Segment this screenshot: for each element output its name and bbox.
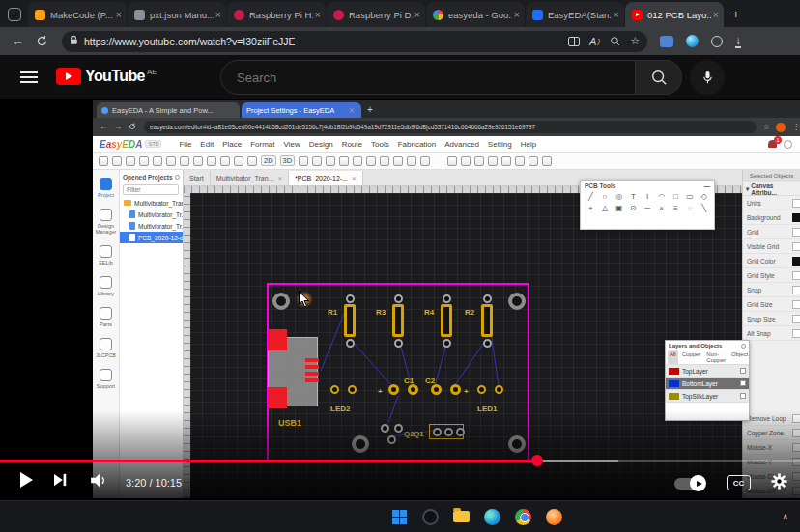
toolbar-icon[interactable] [366, 156, 376, 166]
next-button[interactable] [54, 473, 68, 487]
usb-shield-pad[interactable] [268, 387, 287, 408]
volume-icon[interactable] [91, 473, 109, 488]
arc-tool-icon[interactable]: ◠ [657, 192, 666, 202]
delete-tool-icon[interactable]: × [657, 204, 666, 213]
tab-close-icon[interactable]: × [214, 10, 223, 20]
toolbar-icon[interactable] [326, 156, 335, 166]
toolbar-icon[interactable] [474, 156, 484, 166]
circle-tool-icon[interactable]: ◌ [686, 204, 695, 213]
attr-row-snap[interactable]: Snap [743, 283, 800, 297]
pin-icon[interactable] [175, 175, 180, 180]
resistor-R4[interactable] [441, 304, 452, 337]
image-tool-icon[interactable]: ◇ [700, 192, 708, 202]
layers-tab-non-copper[interactable]: Non-Copper [704, 350, 728, 364]
tab-actions-icon[interactable] [8, 8, 21, 21]
downloads-icon[interactable]: ↓ [735, 35, 741, 48]
toolbar-icon[interactable] [501, 156, 511, 166]
triangle-tool-icon[interactable]: △ [601, 204, 610, 213]
browser-tab-easyeda[interactable]: EasyEDA(Stan... × [526, 2, 624, 27]
project-tree-item[interactable]: Multivibrator_Tr... [120, 209, 183, 220]
rail-item-project[interactable]: Project [93, 178, 120, 198]
toolbar-icon[interactable] [220, 156, 230, 166]
silkscreen-label[interactable]: R2 [465, 308, 474, 317]
toolbar-icon[interactable] [488, 156, 498, 166]
resistor-R3[interactable] [392, 304, 404, 337]
back-icon[interactable]: ← [12, 34, 24, 48]
usb-pin-pad[interactable] [305, 358, 319, 362]
mounting-hole[interactable] [508, 293, 526, 310]
silkscreen-label[interactable]: R1 [328, 308, 337, 317]
toolbar-icon[interactable] [247, 156, 257, 166]
tab-close-icon[interactable]: × [352, 174, 357, 182]
pad[interactable] [483, 339, 492, 348]
view-3d-button[interactable]: 3D [280, 155, 296, 166]
toolbar-icon[interactable] [542, 156, 552, 166]
tab-close-icon[interactable]: × [313, 10, 323, 20]
selected-objects-header[interactable]: Selected Objects [743, 170, 800, 182]
layer-visibility-icon[interactable] [740, 368, 746, 374]
copper-area-tool-icon[interactable]: ▣ [614, 204, 623, 213]
rail-item-support[interactable]: Support [93, 369, 120, 389]
minimize-icon[interactable]: — [704, 182, 711, 189]
track-tool-icon[interactable]: ╱ [586, 192, 595, 202]
layer-visibility-icon[interactable] [740, 380, 746, 386]
pad[interactable] [443, 294, 451, 303]
tab-close-icon[interactable]: × [711, 10, 721, 20]
layers-tab-copper[interactable]: Copper [680, 350, 703, 364]
extensions-icon[interactable] [711, 36, 723, 47]
file-explorer-icon[interactable] [452, 508, 471, 526]
menu-format[interactable]: Format [250, 140, 274, 149]
toolbar-icon[interactable] [461, 156, 471, 166]
usb-pin-pad[interactable] [305, 365, 319, 369]
attr-row-visible-grid[interactable]: Visible Grid [743, 239, 800, 254]
menu-tools[interactable]: Tools [371, 140, 389, 149]
menu-fabrication[interactable]: Fabrication [398, 140, 437, 149]
resistor-R1[interactable] [344, 304, 356, 337]
project-tree-item[interactable]: Multivibrator_Tr... [120, 220, 183, 232]
layers-panel-header[interactable]: Layers and Objects [666, 341, 749, 350]
toolbar-icon[interactable] [407, 156, 416, 166]
pad[interactable] [394, 294, 403, 303]
toolbar-icon[interactable] [339, 156, 349, 166]
browser-tab-pxt-json[interactable]: pxt.json Manu... × [128, 2, 226, 27]
attr-row-background[interactable]: Background [743, 210, 800, 225]
notification-bell-icon[interactable]: 1 [768, 140, 777, 148]
dimension-tool-icon[interactable]: I [643, 192, 652, 202]
browser-tab-youtube-active[interactable]: 012 PCB Layo... × [625, 2, 724, 27]
refresh-icon[interactable] [36, 35, 48, 47]
toolbar-icon[interactable] [299, 156, 308, 166]
pad[interactable] [431, 384, 442, 395]
pad[interactable] [483, 294, 492, 303]
video-player[interactable]: EasyEDA - A Simple and Pow... Project Se… [0, 99, 800, 500]
rail-item-parts[interactable]: Parts [93, 307, 120, 327]
menu-view[interactable]: View [284, 140, 300, 149]
toolbar-icon[interactable] [126, 156, 135, 166]
search-button[interactable] [636, 60, 682, 95]
menu-edit[interactable]: Edit [200, 140, 214, 149]
menu-icon[interactable] [20, 71, 38, 83]
silkscreen-label[interactable]: C2 [425, 377, 435, 385]
pad[interactable] [408, 384, 418, 395]
silkscreen-label[interactable]: C1 [404, 377, 414, 385]
slash-tool-icon[interactable]: ╲ [700, 204, 708, 213]
tab-close-icon[interactable]: × [277, 174, 282, 182]
layer-visibility-icon[interactable] [740, 393, 746, 399]
attr-row-grid-size[interactable]: Grid Size [743, 297, 800, 312]
subtitles-button[interactable]: CC [727, 475, 751, 490]
layer-row-bottomlayer-active[interactable]: BottomLayer [666, 378, 749, 390]
rail-item-design-manager[interactable]: Design Manager [93, 209, 120, 235]
canvas-attributes-section[interactable]: ▾ Canvas Attribu... [743, 182, 800, 196]
attr-row-grid-style[interactable]: Grid Style [743, 268, 800, 283]
solid-region-tool-icon[interactable]: ⊙ [629, 204, 638, 213]
toolbar-icon[interactable] [153, 156, 162, 166]
chrome-icon[interactable] [514, 508, 532, 526]
mounting-hole[interactable] [272, 293, 290, 310]
pad[interactable] [330, 385, 339, 394]
toolbar-icon[interactable] [139, 156, 149, 166]
menu-setting[interactable]: Setting [488, 140, 512, 149]
browser-tab-google-search[interactable]: easyeda - Goo... × [426, 2, 525, 27]
pad[interactable] [495, 385, 503, 394]
favorite-star-icon[interactable]: ☆ [630, 35, 640, 47]
pad[interactable] [348, 385, 357, 394]
browser-essentials-icon[interactable] [660, 36, 673, 47]
